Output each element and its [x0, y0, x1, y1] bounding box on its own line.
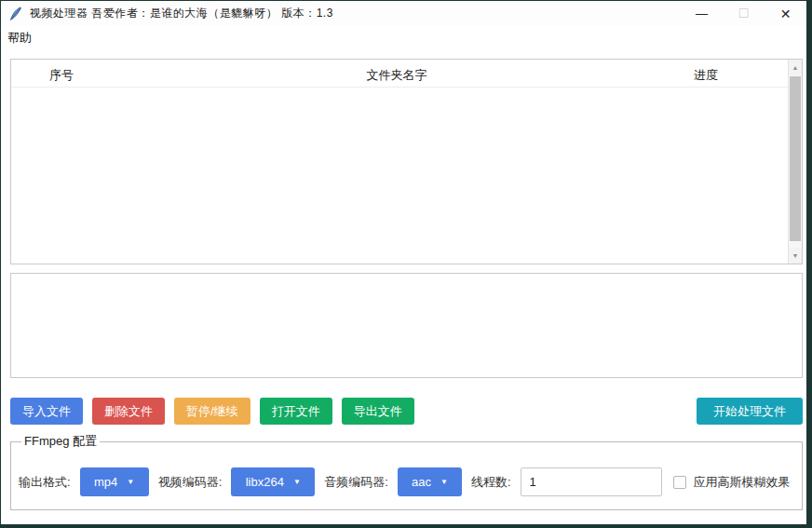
pause-resume-button[interactable]: 暂停/继续 [174, 398, 250, 425]
column-header-progress[interactable]: 进度 [694, 67, 718, 84]
threads-input[interactable] [521, 467, 662, 496]
column-header-folder[interactable]: 文件夹名字 [367, 67, 427, 84]
file-table-header: 序号 文件夹名字 进度 [11, 60, 802, 88]
close-button[interactable]: ✕ [765, 1, 806, 26]
video-encoder-dropdown[interactable]: libx264 ▼ [231, 467, 315, 496]
log-panel[interactable] [10, 273, 803, 378]
table-scrollbar[interactable]: ▲ ▼ [788, 60, 802, 264]
file-table[interactable]: 序号 文件夹名字 进度 ▲ ▼ [10, 59, 803, 264]
import-files-button[interactable]: 导入文件 [10, 398, 83, 425]
minimize-button[interactable]: — [681, 1, 723, 26]
scrollbar-down-icon[interactable]: ▼ [789, 248, 802, 264]
delete-files-button[interactable]: 删除文件 [92, 398, 165, 425]
ffmpeg-config-legend: FFmpeg 配置 [21, 433, 100, 450]
action-button-row: 导入文件 删除文件 暂停/继续 打开文件 导出文件 开始处理文件 [10, 398, 803, 425]
output-format-label: 输出格式: [19, 474, 71, 491]
feather-app-icon [8, 7, 23, 21]
threads-label: 线程数: [471, 474, 511, 491]
gaussian-blur-label: 应用高斯模糊效果 [694, 474, 791, 491]
video-encoder-value: libx264 [246, 475, 284, 489]
window-controls: — ☐ ✕ [681, 1, 806, 26]
output-format-value: mp4 [94, 475, 117, 489]
ffmpeg-config-row: 输出格式: mp4 ▼ 视频编码器: libx264 ▼ 音频编码器: aac … [19, 467, 794, 496]
chevron-down-icon: ▼ [293, 479, 301, 486]
ffmpeg-config-group: FFmpeg 配置 输出格式: mp4 ▼ 视频编码器: libx264 ▼ 音… [10, 433, 803, 510]
scrollbar-thumb[interactable] [790, 76, 801, 241]
chevron-down-icon: ▼ [127, 479, 134, 486]
output-format-dropdown[interactable]: mp4 ▼ [80, 467, 149, 496]
start-processing-button[interactable]: 开始处理文件 [697, 398, 803, 425]
audio-encoder-value: aac [412, 475, 431, 489]
app-window: 视频处理器 吾爱作者：是谁的大海（是貔貅呀） 版本：1.3 — ☐ ✕ 帮助 序… [1, 1, 806, 524]
menu-help[interactable]: 帮助 [1, 27, 38, 49]
audio-encoder-label: 音频编码器: [324, 474, 388, 491]
gaussian-blur-checkbox[interactable] [673, 476, 686, 489]
video-encoder-label: 视频编码器: [158, 474, 223, 491]
chevron-down-icon: ▼ [440, 479, 448, 486]
audio-encoder-dropdown[interactable]: aac ▼ [398, 467, 462, 496]
scrollbar-up-icon[interactable]: ▲ [789, 60, 802, 75]
window-title: 视频处理器 吾爱作者：是谁的大海（是貔貅呀） 版本：1.3 [30, 6, 333, 21]
menubar: 帮助 [1, 26, 806, 49]
titlebar: 视频处理器 吾爱作者：是谁的大海（是貔貅呀） 版本：1.3 — ☐ ✕ [1, 1, 806, 26]
open-files-button[interactable]: 打开文件 [260, 398, 332, 425]
maximize-button[interactable]: ☐ [723, 1, 765, 26]
export-files-button[interactable]: 导出文件 [342, 398, 414, 425]
column-header-index[interactable]: 序号 [49, 67, 74, 84]
